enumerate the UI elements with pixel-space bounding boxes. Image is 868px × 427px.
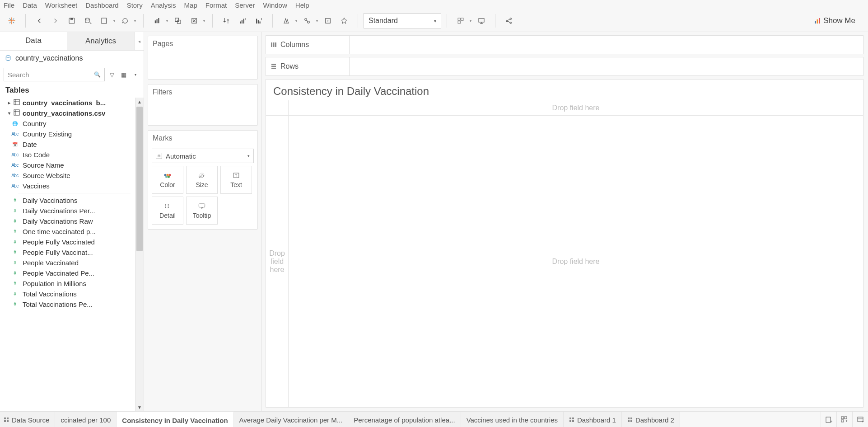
tab-analytics[interactable]: Analytics xyxy=(67,32,135,50)
menu-server[interactable]: Server xyxy=(235,1,255,9)
field-item[interactable]: AbcSource Name xyxy=(0,160,135,170)
field-item[interactable]: AbcIso Code xyxy=(0,150,135,160)
duplicate-icon[interactable] xyxy=(172,14,184,27)
field-item[interactable]: AbcVaccines xyxy=(0,181,135,191)
fit-mode-select[interactable]: Standard ▾ xyxy=(364,13,441,28)
forward-icon[interactable] xyxy=(49,14,62,27)
view-options-icon[interactable]: ▦ xyxy=(119,71,128,78)
collapse-icon[interactable]: ▾ xyxy=(6,111,12,116)
menu-dashboard[interactable]: Dashboard xyxy=(85,1,118,9)
menu-story[interactable]: Story xyxy=(127,1,143,9)
menu-format[interactable]: Format xyxy=(205,1,227,9)
new-dashboard-tab-icon[interactable]: + xyxy=(836,412,852,427)
sheet-tab[interactable]: Vaccines used in the countries xyxy=(461,412,564,427)
tableau-logo-icon[interactable] xyxy=(5,14,18,27)
pin-icon[interactable] xyxy=(338,14,350,27)
detail-button[interactable]: Detail xyxy=(152,197,183,225)
filter-icon[interactable]: ▽ xyxy=(107,71,117,78)
data-source-tab[interactable]: Data Source xyxy=(0,412,55,427)
pages-card[interactable]: Pages xyxy=(148,36,258,80)
columns-drop-zone[interactable] xyxy=(350,35,863,54)
viz-title[interactable]: Consistency in Daily Vaccination xyxy=(266,80,863,100)
menu-help[interactable]: Help xyxy=(295,1,309,9)
scroll-down-icon[interactable]: ▼ xyxy=(135,403,144,411)
tab-data[interactable]: Data xyxy=(0,32,67,50)
new-story-tab-icon[interactable]: + xyxy=(852,412,868,427)
new-sheet-dropdown-icon[interactable]: ▾ xyxy=(166,19,168,23)
sheet-tab[interactable]: Dashboard 1 xyxy=(564,412,622,427)
size-button[interactable]: Size xyxy=(186,166,218,194)
group-dropdown-icon[interactable]: ▾ xyxy=(316,19,318,23)
show-cards-dropdown-icon[interactable]: ▾ xyxy=(470,19,471,23)
sheet-tab[interactable]: Average Daily Vaccination per M... xyxy=(234,412,349,427)
field-item[interactable]: AbcSource Website xyxy=(0,170,135,181)
view-options-dropdown[interactable]: ▾ xyxy=(131,73,140,77)
tooltip-button[interactable]: Tooltip xyxy=(186,197,218,225)
save-icon[interactable] xyxy=(65,14,78,27)
rows-drop-hint[interactable]: Drop field here xyxy=(266,116,289,407)
clear-sheet-dropdown-icon[interactable]: ▾ xyxy=(203,19,205,23)
search-input[interactable]: Search 🔍 xyxy=(4,68,105,81)
body-drop-hint[interactable]: Drop field here xyxy=(289,116,863,407)
clear-sheet-icon[interactable] xyxy=(188,14,201,27)
new-datasource-icon[interactable]: + xyxy=(82,14,94,27)
field-item[interactable]: #People Fully Vaccinated xyxy=(0,237,135,247)
sort-asc-icon[interactable] xyxy=(236,14,249,27)
field-item[interactable]: #Total Vaccinations Pe... xyxy=(0,299,135,310)
new-worksheet-tab-icon[interactable]: + xyxy=(821,412,836,427)
show-cards-icon[interactable] xyxy=(454,14,467,27)
field-item[interactable]: #One time vaccinated p... xyxy=(0,226,135,237)
sheet-tab[interactable]: Percenatage of population atlea... xyxy=(348,412,461,427)
refresh-icon[interactable] xyxy=(119,14,131,27)
field-item[interactable]: 📅Date xyxy=(0,139,135,150)
rows-shelf[interactable]: Rows xyxy=(266,57,863,75)
columns-drop-hint[interactable]: Drop field here xyxy=(289,100,863,116)
field-item[interactable]: #People Vaccinated xyxy=(0,258,135,268)
mark-type-select[interactable]: ⊞ Automatic ▾ xyxy=(152,149,254,163)
scroll-thumb[interactable] xyxy=(136,107,143,251)
swap-icon[interactable] xyxy=(220,14,233,27)
fields-scrollbar[interactable]: ▲ ▼ xyxy=(135,98,144,411)
menu-worksheet[interactable]: Worksheet xyxy=(45,1,77,9)
scroll-up-icon[interactable]: ▲ xyxy=(135,98,144,106)
share-icon[interactable] xyxy=(503,14,515,27)
highlight-dropdown-icon[interactable]: ▾ xyxy=(295,19,297,23)
presentation-icon[interactable] xyxy=(475,14,488,27)
group-icon[interactable] xyxy=(301,14,313,27)
filters-card[interactable]: Filters xyxy=(148,84,258,126)
back-icon[interactable] xyxy=(33,14,46,27)
menu-analysis[interactable]: Analysis xyxy=(151,1,176,9)
columns-shelf[interactable]: Columns xyxy=(266,36,863,54)
menu-file[interactable]: File xyxy=(4,1,14,9)
highlight-icon[interactable] xyxy=(280,14,293,27)
field-item[interactable]: AbcCountry Existing xyxy=(0,129,135,139)
menu-map[interactable]: Map xyxy=(184,1,197,9)
field-item[interactable]: #Daily Vaccinations Raw xyxy=(0,216,135,226)
rows-drop-zone[interactable] xyxy=(350,57,863,76)
refresh-dropdown-icon[interactable]: ▾ xyxy=(134,19,136,23)
field-item[interactable]: #Daily Vaccinations Per... xyxy=(0,206,135,216)
new-worksheet-icon[interactable] xyxy=(98,14,111,27)
datasource-item[interactable]: country_vaccinations xyxy=(0,51,144,66)
field-item[interactable]: #People Vaccinated Pe... xyxy=(0,268,135,278)
new-sheet-icon[interactable] xyxy=(151,14,163,27)
show-me-button[interactable]: Show Me xyxy=(814,16,864,25)
mark-labels-icon[interactable]: T xyxy=(322,14,334,27)
field-item[interactable]: #People Fully Vaccinat... xyxy=(0,247,135,258)
field-item[interactable]: #Total Vaccinations xyxy=(0,289,135,299)
field-item[interactable]: #Daily Vaccinations xyxy=(0,195,135,206)
text-button[interactable]: T Text xyxy=(220,166,252,194)
sheet-tab[interactable]: Consistency in Daily Vaccination xyxy=(117,412,233,427)
field-item[interactable]: #Population in Millions xyxy=(0,278,135,289)
menu-window[interactable]: Window xyxy=(263,1,287,9)
table-row[interactable]: ▾country_vaccinations.csv xyxy=(0,108,135,118)
table-row[interactable]: ▸country_vaccinations_b... xyxy=(0,98,135,108)
field-item[interactable]: 🌐Country xyxy=(0,118,135,129)
collapse-pane-icon[interactable]: ◂ xyxy=(135,32,144,50)
new-worksheet-dropdown-icon[interactable]: ▾ xyxy=(113,19,115,23)
sort-desc-icon[interactable] xyxy=(252,14,265,27)
partial-tab[interactable]: ccinated per 100 xyxy=(55,412,117,427)
menu-data[interactable]: Data xyxy=(23,1,37,9)
expand-icon[interactable]: ▸ xyxy=(6,100,12,105)
color-button[interactable]: Color xyxy=(152,166,183,194)
